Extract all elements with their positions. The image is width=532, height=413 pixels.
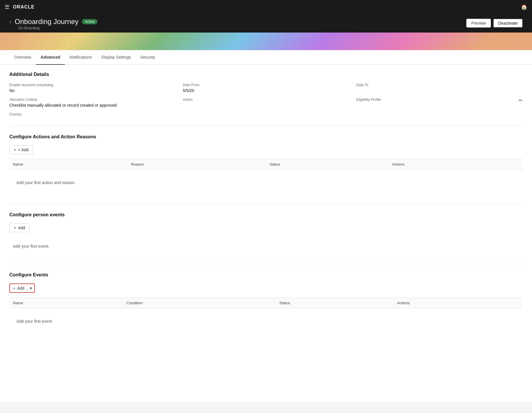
top-nav: ☰ ORACLE 🏠 [0,0,532,14]
detail-enable-recurrent: Enable recurrent scheduling No [9,83,176,93]
events-table: Name Condition Status Actions Add your f… [9,298,523,334]
col-status: Status [266,159,388,170]
detail-eligibility-label: Eligibility Profile [356,98,523,102]
breadcrumb: On Boarding [18,26,97,33]
configure-events-title: Configure Events [9,272,523,278]
detail-action: Action [183,98,349,108]
preview-button[interactable]: Preview [466,19,491,28]
divider-3 [9,264,523,264]
hamburger-icon[interactable]: ☰ [5,4,9,10]
events-empty-message: Add your first event. [13,312,519,331]
events-empty-row: Add your first event. [9,308,523,334]
person-events-empty-message: Add your first event. [9,237,523,256]
deactivate-button[interactable]: Deactivate [493,19,523,28]
col-name: Name [9,159,128,170]
col-event-status: Status [276,298,393,308]
detail-country: Country [9,112,176,118]
add-event-main[interactable]: + Add [10,284,28,292]
actions-table-header: Name Reason Status Actions [9,159,523,170]
configure-actions-title: Configure Actions and Action Reasons [9,134,523,140]
configure-person-events-section: Configure person events + Add Add your f… [9,212,523,256]
page-title: Onboarding Journey [15,18,78,26]
detail-date-to-label: Date To [356,83,523,87]
col-event-actions: Actions [393,298,523,308]
plus-icon: + [14,147,16,152]
configure-person-events-title: Configure person events [9,212,523,217]
back-button[interactable]: ‹ [9,19,11,25]
page-header: ‹ Onboarding Journey Active On Boarding … [0,14,532,33]
add-event-label: Add [17,286,24,290]
actions-empty-row: Add your first action and reason. [9,170,523,196]
additional-details-title: Additional Details [9,72,523,77]
tab-bar: Overview Advanced Notifications Display … [0,50,532,65]
configure-events-section: Configure Events + Add ▾ Name Condition … [9,272,523,334]
detail-action-label: Action [183,98,349,102]
add-person-event-button[interactable]: + Add [9,223,30,232]
additional-details-section: Additional Details Enable recurrent sche… [9,72,523,118]
add-action-button[interactable]: + + Add [9,145,33,154]
oracle-logo: ORACLE [13,4,35,10]
tab-security[interactable]: Security [136,50,160,65]
events-table-header: Name Condition Status Actions [9,298,523,308]
detail-eligibility-profile: Eligibility Profile ✏ [356,98,523,108]
chevron-down-icon: ▾ [30,286,32,290]
add-person-event-label: Add [18,225,25,230]
add-action-label: + Add [18,147,28,152]
col-event-name: Name [9,298,123,308]
detail-date-to: Date To [356,83,523,93]
detail-enable-recurrent-label: Enable recurrent scheduling [9,83,176,87]
tab-display-settings[interactable]: Display Settings [97,50,136,65]
col-actions: Actions [389,159,523,170]
content-area: Additional Details Enable recurrent sche… [0,65,532,341]
detail-allocation-label: Allocation Criteria [9,98,176,102]
detail-enable-recurrent-value: No [9,88,176,93]
main-content: Overview Advanced Notifications Display … [0,50,532,402]
col-event-condition: Condition [123,298,276,308]
tab-notifications[interactable]: Notifications [65,50,97,65]
detail-allocation-criteria: Allocation Criteria Checklist manually a… [9,98,176,108]
detail-country-label: Country [9,112,176,116]
actions-empty-message: Add your first action and reason. [13,173,519,192]
detail-date-from: Date From 5/5/20 [183,83,349,93]
bell-icon[interactable]: 🏠 [521,4,527,10]
detail-allocation-value: Checklist manually allocated or record c… [9,103,176,108]
tab-overview[interactable]: Overview [9,50,36,65]
actions-table: Name Reason Status Actions Add your firs… [9,159,523,196]
detail-date-from-value: 5/5/20 [183,88,349,93]
add-event-dropdown-button[interactable]: + Add ▾ [9,283,35,293]
divider-1 [9,126,523,126]
details-grid: Enable recurrent scheduling No Date From… [9,83,523,118]
col-reason: Reason [128,159,266,170]
divider-2 [9,204,523,204]
add-event-dropdown-arrow[interactable]: ▾ [28,284,34,292]
edit-icon[interactable]: ✏ [519,98,523,103]
detail-date-from-label: Date From [183,83,349,87]
tab-advanced[interactable]: Advanced [36,50,65,65]
plus-icon-2: + [14,225,16,230]
banner-image [0,33,532,50]
plus-icon-3: + [13,286,15,290]
status-badge: Active [82,19,97,24]
configure-actions-section: Configure Actions and Action Reasons + +… [9,134,523,196]
